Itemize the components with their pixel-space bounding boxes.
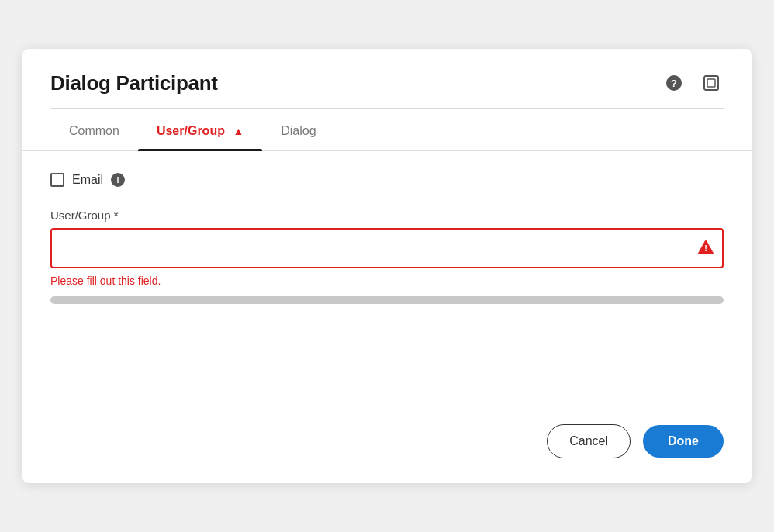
dialog-title: Dialog Participant <box>50 71 218 95</box>
svg-rect-2 <box>704 76 718 90</box>
email-row: Email i <box>50 173 724 187</box>
user-group-input-wrapper: ! <box>50 228 724 268</box>
tab-dialog[interactable]: Dialog <box>262 109 334 150</box>
email-label: Email <box>72 173 103 187</box>
done-button[interactable]: Done <box>643 425 724 458</box>
svg-rect-3 <box>707 79 715 87</box>
svg-text:?: ? <box>671 78 677 89</box>
dialog-footer: Cancel Done <box>22 409 752 483</box>
tab-bar: Common User/Group ▲ Dialog <box>22 109 752 151</box>
error-message: Please fill out this field. <box>50 275 724 287</box>
dialog-body: Email i User/Group * ! Please fill out t… <box>22 151 752 409</box>
tab-common[interactable]: Common <box>50 109 138 150</box>
user-group-field-section: User/Group * ! Please fill out this fiel… <box>50 209 724 304</box>
resize-button[interactable] <box>699 71 724 95</box>
cancel-button[interactable]: Cancel <box>547 424 631 458</box>
email-checkbox[interactable] <box>50 173 64 187</box>
user-group-label: User/Group * <box>50 209 724 222</box>
user-group-input[interactable] <box>50 228 724 268</box>
dialog-panel: Dialog Participant ? Common User/Group <box>22 49 752 483</box>
tab-warning-icon: ▲ <box>233 125 244 137</box>
tab-user-group[interactable]: User/Group ▲ <box>138 109 262 150</box>
help-button[interactable]: ? <box>662 71 686 95</box>
header-icons: ? <box>662 71 724 95</box>
email-info-icon[interactable]: i <box>111 173 125 187</box>
scrollbar[interactable] <box>50 296 724 304</box>
dialog-header: Dialog Participant ? <box>22 49 752 108</box>
